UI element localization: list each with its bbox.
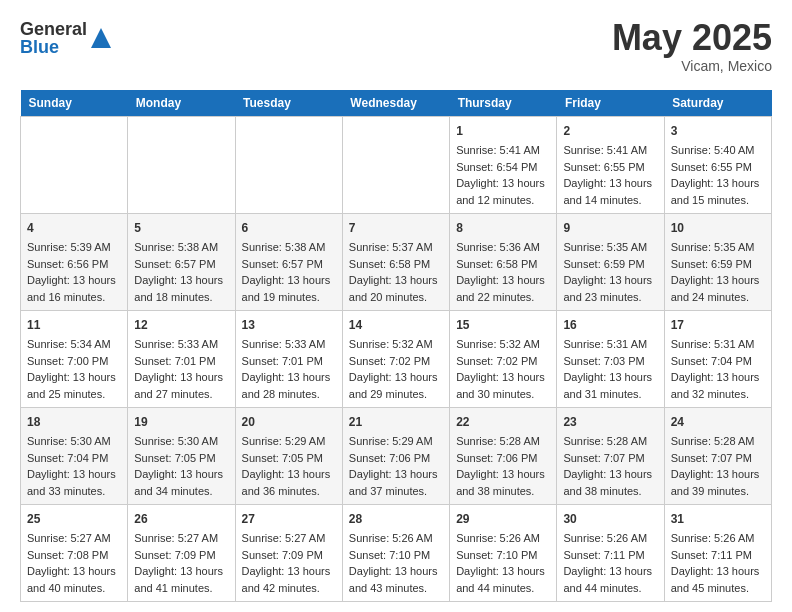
day-info: Daylight: 13 hours and 20 minutes. <box>349 272 443 305</box>
day-cell: 11Sunrise: 5:34 AMSunset: 7:00 PMDayligh… <box>21 311 128 408</box>
day-info: Sunrise: 5:37 AM <box>349 239 443 256</box>
day-info: Sunrise: 5:29 AM <box>242 433 336 450</box>
day-info: Daylight: 13 hours and 16 minutes. <box>27 272 121 305</box>
day-info: Sunrise: 5:27 AM <box>242 530 336 547</box>
day-info: Sunrise: 5:36 AM <box>456 239 550 256</box>
day-number: 29 <box>456 510 550 528</box>
day-number: 21 <box>349 413 443 431</box>
day-number: 9 <box>563 219 657 237</box>
day-info: Sunset: 7:05 PM <box>242 450 336 467</box>
svg-marker-0 <box>91 28 111 48</box>
day-number: 6 <box>242 219 336 237</box>
calendar-table: SundayMondayTuesdayWednesdayThursdayFrid… <box>20 90 772 602</box>
day-cell: 1Sunrise: 5:41 AMSunset: 6:54 PMDaylight… <box>450 117 557 214</box>
day-cell: 27Sunrise: 5:27 AMSunset: 7:09 PMDayligh… <box>235 505 342 602</box>
day-cell <box>21 117 128 214</box>
day-info: Sunrise: 5:38 AM <box>242 239 336 256</box>
day-info: Daylight: 13 hours and 28 minutes. <box>242 369 336 402</box>
day-cell: 24Sunrise: 5:28 AMSunset: 7:07 PMDayligh… <box>664 408 771 505</box>
day-info: Sunrise: 5:26 AM <box>456 530 550 547</box>
day-cell: 8Sunrise: 5:36 AMSunset: 6:58 PMDaylight… <box>450 214 557 311</box>
day-info: Daylight: 13 hours and 40 minutes. <box>27 563 121 596</box>
day-cell: 5Sunrise: 5:38 AMSunset: 6:57 PMDaylight… <box>128 214 235 311</box>
day-info: Sunset: 7:03 PM <box>563 353 657 370</box>
logo: General Blue <box>20 20 111 56</box>
day-cell <box>342 117 449 214</box>
week-row-1: 1Sunrise: 5:41 AMSunset: 6:54 PMDaylight… <box>21 117 772 214</box>
day-info: Sunrise: 5:26 AM <box>349 530 443 547</box>
day-info: Daylight: 13 hours and 36 minutes. <box>242 466 336 499</box>
day-cell: 20Sunrise: 5:29 AMSunset: 7:05 PMDayligh… <box>235 408 342 505</box>
day-info: Daylight: 13 hours and 19 minutes. <box>242 272 336 305</box>
day-info: Daylight: 13 hours and 27 minutes. <box>134 369 228 402</box>
day-info: Daylight: 13 hours and 30 minutes. <box>456 369 550 402</box>
day-info: Daylight: 13 hours and 45 minutes. <box>671 563 765 596</box>
day-cell: 18Sunrise: 5:30 AMSunset: 7:04 PMDayligh… <box>21 408 128 505</box>
day-number: 25 <box>27 510 121 528</box>
day-number: 13 <box>242 316 336 334</box>
day-info: Daylight: 13 hours and 33 minutes. <box>27 466 121 499</box>
day-info: Sunset: 7:10 PM <box>456 547 550 564</box>
day-info: Sunrise: 5:32 AM <box>349 336 443 353</box>
logo-icon <box>91 28 111 48</box>
day-info: Sunset: 7:02 PM <box>456 353 550 370</box>
day-info: Sunrise: 5:38 AM <box>134 239 228 256</box>
day-info: Sunset: 7:11 PM <box>563 547 657 564</box>
day-cell: 17Sunrise: 5:31 AMSunset: 7:04 PMDayligh… <box>664 311 771 408</box>
day-info: Sunrise: 5:30 AM <box>27 433 121 450</box>
day-info: Sunrise: 5:26 AM <box>563 530 657 547</box>
day-info: Daylight: 13 hours and 42 minutes. <box>242 563 336 596</box>
day-number: 23 <box>563 413 657 431</box>
day-number: 7 <box>349 219 443 237</box>
day-info: Sunset: 6:54 PM <box>456 159 550 176</box>
day-number: 15 <box>456 316 550 334</box>
day-cell: 7Sunrise: 5:37 AMSunset: 6:58 PMDaylight… <box>342 214 449 311</box>
day-info: Sunrise: 5:41 AM <box>456 142 550 159</box>
day-number: 28 <box>349 510 443 528</box>
day-cell: 28Sunrise: 5:26 AMSunset: 7:10 PMDayligh… <box>342 505 449 602</box>
day-info: Daylight: 13 hours and 29 minutes. <box>349 369 443 402</box>
day-info: Sunset: 7:10 PM <box>349 547 443 564</box>
logo-general: General <box>20 20 87 38</box>
logo-blue: Blue <box>20 38 87 56</box>
day-number: 17 <box>671 316 765 334</box>
page-header: General Blue May 2025 Vicam, Mexico <box>20 20 772 74</box>
day-number: 3 <box>671 122 765 140</box>
day-info: Sunset: 6:55 PM <box>671 159 765 176</box>
day-cell: 4Sunrise: 5:39 AMSunset: 6:56 PMDaylight… <box>21 214 128 311</box>
col-header-wednesday: Wednesday <box>342 90 449 117</box>
day-number: 30 <box>563 510 657 528</box>
day-info: Daylight: 13 hours and 23 minutes. <box>563 272 657 305</box>
day-number: 27 <box>242 510 336 528</box>
day-info: Sunset: 7:08 PM <box>27 547 121 564</box>
day-info: Sunrise: 5:28 AM <box>563 433 657 450</box>
day-cell: 10Sunrise: 5:35 AMSunset: 6:59 PMDayligh… <box>664 214 771 311</box>
day-number: 14 <box>349 316 443 334</box>
day-info: Sunset: 7:05 PM <box>134 450 228 467</box>
day-info: Sunrise: 5:35 AM <box>671 239 765 256</box>
day-info: Sunrise: 5:33 AM <box>134 336 228 353</box>
day-cell: 23Sunrise: 5:28 AMSunset: 7:07 PMDayligh… <box>557 408 664 505</box>
day-info: Daylight: 13 hours and 44 minutes. <box>456 563 550 596</box>
day-info: Sunrise: 5:32 AM <box>456 336 550 353</box>
day-info: Daylight: 13 hours and 25 minutes. <box>27 369 121 402</box>
col-header-monday: Monday <box>128 90 235 117</box>
title-block: May 2025 Vicam, Mexico <box>612 20 772 74</box>
day-info: Sunrise: 5:26 AM <box>671 530 765 547</box>
day-info: Sunset: 7:07 PM <box>671 450 765 467</box>
day-info: Daylight: 13 hours and 38 minutes. <box>563 466 657 499</box>
day-info: Sunset: 7:04 PM <box>671 353 765 370</box>
col-header-thursday: Thursday <box>450 90 557 117</box>
day-info: Sunset: 7:04 PM <box>27 450 121 467</box>
day-number: 5 <box>134 219 228 237</box>
col-header-sunday: Sunday <box>21 90 128 117</box>
week-row-2: 4Sunrise: 5:39 AMSunset: 6:56 PMDaylight… <box>21 214 772 311</box>
day-info: Sunrise: 5:31 AM <box>563 336 657 353</box>
day-info: Daylight: 13 hours and 38 minutes. <box>456 466 550 499</box>
col-header-saturday: Saturday <box>664 90 771 117</box>
day-info: Sunrise: 5:41 AM <box>563 142 657 159</box>
day-cell: 21Sunrise: 5:29 AMSunset: 7:06 PMDayligh… <box>342 408 449 505</box>
day-info: Sunrise: 5:40 AM <box>671 142 765 159</box>
day-info: Sunrise: 5:39 AM <box>27 239 121 256</box>
day-cell: 29Sunrise: 5:26 AMSunset: 7:10 PMDayligh… <box>450 505 557 602</box>
